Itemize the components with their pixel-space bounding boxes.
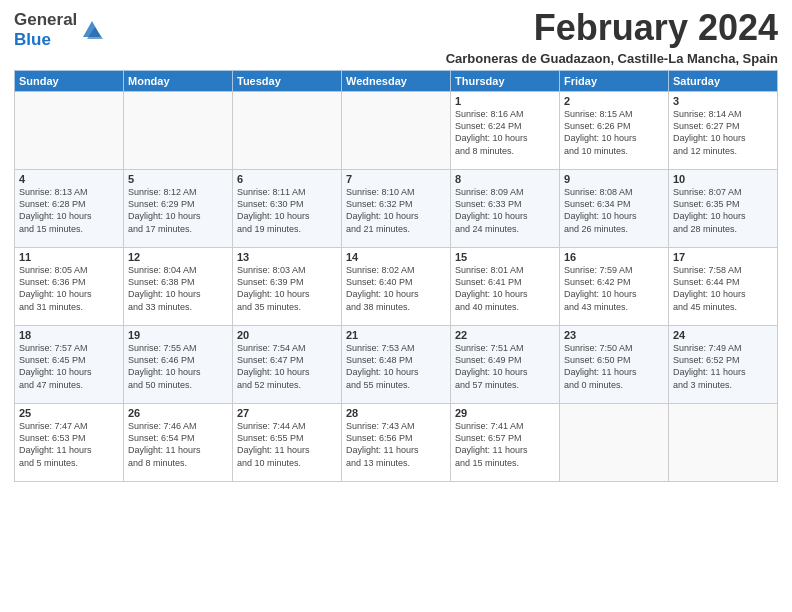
day-info: Sunrise: 7:51 AMSunset: 6:49 PMDaylight:… bbox=[455, 342, 555, 391]
calendar-cell: 16Sunrise: 7:59 AMSunset: 6:42 PMDayligh… bbox=[560, 248, 669, 326]
day-info: Sunrise: 7:44 AMSunset: 6:55 PMDaylight:… bbox=[237, 420, 337, 469]
days-header-row: SundayMondayTuesdayWednesdayThursdayFrid… bbox=[15, 71, 778, 92]
calendar-cell: 6Sunrise: 8:11 AMSunset: 6:30 PMDaylight… bbox=[233, 170, 342, 248]
day-info: Sunrise: 7:58 AMSunset: 6:44 PMDaylight:… bbox=[673, 264, 773, 313]
calendar-table: SundayMondayTuesdayWednesdayThursdayFrid… bbox=[14, 70, 778, 482]
calendar-cell: 14Sunrise: 8:02 AMSunset: 6:40 PMDayligh… bbox=[342, 248, 451, 326]
subtitle: Carboneras de Guadazaon, Castille-La Man… bbox=[14, 51, 778, 66]
calendar-cell: 12Sunrise: 8:04 AMSunset: 6:38 PMDayligh… bbox=[124, 248, 233, 326]
day-info: Sunrise: 7:59 AMSunset: 6:42 PMDaylight:… bbox=[564, 264, 664, 313]
day-info: Sunrise: 7:54 AMSunset: 6:47 PMDaylight:… bbox=[237, 342, 337, 391]
calendar-cell: 18Sunrise: 7:57 AMSunset: 6:45 PMDayligh… bbox=[15, 326, 124, 404]
day-info: Sunrise: 7:55 AMSunset: 6:46 PMDaylight:… bbox=[128, 342, 228, 391]
day-number: 14 bbox=[346, 251, 446, 263]
day-info: Sunrise: 8:10 AMSunset: 6:32 PMDaylight:… bbox=[346, 186, 446, 235]
calendar-cell: 24Sunrise: 7:49 AMSunset: 6:52 PMDayligh… bbox=[669, 326, 778, 404]
day-info: Sunrise: 8:16 AMSunset: 6:24 PMDaylight:… bbox=[455, 108, 555, 157]
calendar-cell: 19Sunrise: 7:55 AMSunset: 6:46 PMDayligh… bbox=[124, 326, 233, 404]
calendar-cell: 13Sunrise: 8:03 AMSunset: 6:39 PMDayligh… bbox=[233, 248, 342, 326]
calendar-cell: 10Sunrise: 8:07 AMSunset: 6:35 PMDayligh… bbox=[669, 170, 778, 248]
day-info: Sunrise: 8:12 AMSunset: 6:29 PMDaylight:… bbox=[128, 186, 228, 235]
day-info: Sunrise: 7:53 AMSunset: 6:48 PMDaylight:… bbox=[346, 342, 446, 391]
calendar-cell: 25Sunrise: 7:47 AMSunset: 6:53 PMDayligh… bbox=[15, 404, 124, 482]
day-number: 1 bbox=[455, 95, 555, 107]
day-info: Sunrise: 8:14 AMSunset: 6:27 PMDaylight:… bbox=[673, 108, 773, 157]
day-number: 9 bbox=[564, 173, 664, 185]
calendar-cell bbox=[124, 92, 233, 170]
day-number: 19 bbox=[128, 329, 228, 341]
day-header-tuesday: Tuesday bbox=[233, 71, 342, 92]
day-number: 25 bbox=[19, 407, 119, 419]
day-number: 2 bbox=[564, 95, 664, 107]
day-number: 5 bbox=[128, 173, 228, 185]
header: General Blue February 2024 bbox=[14, 10, 778, 49]
day-header-saturday: Saturday bbox=[669, 71, 778, 92]
calendar-cell: 22Sunrise: 7:51 AMSunset: 6:49 PMDayligh… bbox=[451, 326, 560, 404]
day-number: 23 bbox=[564, 329, 664, 341]
calendar-cell: 8Sunrise: 8:09 AMSunset: 6:33 PMDaylight… bbox=[451, 170, 560, 248]
calendar-page: General Blue February 2024 Carboneras de… bbox=[0, 0, 792, 612]
day-number: 10 bbox=[673, 173, 773, 185]
calendar-cell: 28Sunrise: 7:43 AMSunset: 6:56 PMDayligh… bbox=[342, 404, 451, 482]
day-number: 8 bbox=[455, 173, 555, 185]
day-number: 17 bbox=[673, 251, 773, 263]
calendar-cell: 20Sunrise: 7:54 AMSunset: 6:47 PMDayligh… bbox=[233, 326, 342, 404]
day-info: Sunrise: 7:43 AMSunset: 6:56 PMDaylight:… bbox=[346, 420, 446, 469]
week-row-1: 1Sunrise: 8:16 AMSunset: 6:24 PMDaylight… bbox=[15, 92, 778, 170]
title-block: February 2024 bbox=[534, 10, 778, 46]
day-header-sunday: Sunday bbox=[15, 71, 124, 92]
day-number: 26 bbox=[128, 407, 228, 419]
day-info: Sunrise: 8:07 AMSunset: 6:35 PMDaylight:… bbox=[673, 186, 773, 235]
day-number: 21 bbox=[346, 329, 446, 341]
day-number: 11 bbox=[19, 251, 119, 263]
day-number: 16 bbox=[564, 251, 664, 263]
day-info: Sunrise: 7:57 AMSunset: 6:45 PMDaylight:… bbox=[19, 342, 119, 391]
calendar-cell: 21Sunrise: 7:53 AMSunset: 6:48 PMDayligh… bbox=[342, 326, 451, 404]
day-info: Sunrise: 8:13 AMSunset: 6:28 PMDaylight:… bbox=[19, 186, 119, 235]
calendar-cell bbox=[233, 92, 342, 170]
logo-blue: Blue bbox=[14, 30, 77, 50]
calendar-cell: 27Sunrise: 7:44 AMSunset: 6:55 PMDayligh… bbox=[233, 404, 342, 482]
day-info: Sunrise: 7:41 AMSunset: 6:57 PMDaylight:… bbox=[455, 420, 555, 469]
day-header-friday: Friday bbox=[560, 71, 669, 92]
day-info: Sunrise: 8:01 AMSunset: 6:41 PMDaylight:… bbox=[455, 264, 555, 313]
calendar-cell bbox=[669, 404, 778, 482]
calendar-cell: 9Sunrise: 8:08 AMSunset: 6:34 PMDaylight… bbox=[560, 170, 669, 248]
day-info: Sunrise: 8:11 AMSunset: 6:30 PMDaylight:… bbox=[237, 186, 337, 235]
calendar-cell bbox=[15, 92, 124, 170]
calendar-cell: 7Sunrise: 8:10 AMSunset: 6:32 PMDaylight… bbox=[342, 170, 451, 248]
day-info: Sunrise: 8:04 AMSunset: 6:38 PMDaylight:… bbox=[128, 264, 228, 313]
day-number: 13 bbox=[237, 251, 337, 263]
calendar-cell: 23Sunrise: 7:50 AMSunset: 6:50 PMDayligh… bbox=[560, 326, 669, 404]
day-number: 7 bbox=[346, 173, 446, 185]
day-number: 15 bbox=[455, 251, 555, 263]
day-number: 3 bbox=[673, 95, 773, 107]
day-number: 18 bbox=[19, 329, 119, 341]
logo: General Blue bbox=[14, 10, 105, 49]
day-header-wednesday: Wednesday bbox=[342, 71, 451, 92]
day-number: 24 bbox=[673, 329, 773, 341]
calendar-cell: 2Sunrise: 8:15 AMSunset: 6:26 PMDaylight… bbox=[560, 92, 669, 170]
week-row-3: 11Sunrise: 8:05 AMSunset: 6:36 PMDayligh… bbox=[15, 248, 778, 326]
day-info: Sunrise: 8:15 AMSunset: 6:26 PMDaylight:… bbox=[564, 108, 664, 157]
calendar-cell: 26Sunrise: 7:46 AMSunset: 6:54 PMDayligh… bbox=[124, 404, 233, 482]
day-info: Sunrise: 8:05 AMSunset: 6:36 PMDaylight:… bbox=[19, 264, 119, 313]
calendar-cell: 3Sunrise: 8:14 AMSunset: 6:27 PMDaylight… bbox=[669, 92, 778, 170]
week-row-4: 18Sunrise: 7:57 AMSunset: 6:45 PMDayligh… bbox=[15, 326, 778, 404]
calendar-cell bbox=[560, 404, 669, 482]
day-number: 12 bbox=[128, 251, 228, 263]
calendar-cell: 4Sunrise: 8:13 AMSunset: 6:28 PMDaylight… bbox=[15, 170, 124, 248]
calendar-cell: 17Sunrise: 7:58 AMSunset: 6:44 PMDayligh… bbox=[669, 248, 778, 326]
day-info: Sunrise: 8:03 AMSunset: 6:39 PMDaylight:… bbox=[237, 264, 337, 313]
calendar-cell bbox=[342, 92, 451, 170]
day-number: 4 bbox=[19, 173, 119, 185]
calendar-cell: 15Sunrise: 8:01 AMSunset: 6:41 PMDayligh… bbox=[451, 248, 560, 326]
day-info: Sunrise: 8:08 AMSunset: 6:34 PMDaylight:… bbox=[564, 186, 664, 235]
day-info: Sunrise: 7:50 AMSunset: 6:50 PMDaylight:… bbox=[564, 342, 664, 391]
day-number: 22 bbox=[455, 329, 555, 341]
week-row-2: 4Sunrise: 8:13 AMSunset: 6:28 PMDaylight… bbox=[15, 170, 778, 248]
day-info: Sunrise: 8:02 AMSunset: 6:40 PMDaylight:… bbox=[346, 264, 446, 313]
day-number: 27 bbox=[237, 407, 337, 419]
day-info: Sunrise: 7:46 AMSunset: 6:54 PMDaylight:… bbox=[128, 420, 228, 469]
calendar-cell: 5Sunrise: 8:12 AMSunset: 6:29 PMDaylight… bbox=[124, 170, 233, 248]
